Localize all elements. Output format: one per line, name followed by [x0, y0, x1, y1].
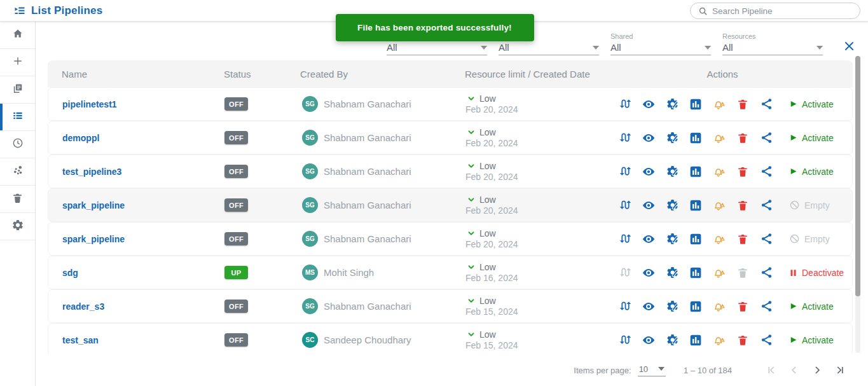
state-button[interactable]: Activate	[789, 335, 853, 345]
view-icon[interactable]	[642, 232, 656, 246]
state-button[interactable]: Empty	[789, 233, 853, 244]
alert-icon[interactable]	[712, 333, 726, 347]
expand-chevron-icon[interactable]	[467, 263, 476, 272]
sidebar-item-home[interactable]	[0, 22, 35, 49]
sidebar-item-create[interactable]	[0, 49, 35, 76]
expand-chevron-icon[interactable]	[467, 162, 476, 170]
alert-icon[interactable]	[712, 300, 726, 314]
alert-icon[interactable]	[712, 131, 726, 145]
search-input[interactable]	[712, 6, 852, 16]
sidebar-item-lineage[interactable]	[0, 158, 35, 186]
vertical-scrollbar-thumb[interactable]	[855, 56, 860, 296]
expand-chevron-icon[interactable]	[467, 296, 476, 305]
delete-icon[interactable]	[736, 97, 750, 111]
share-icon[interactable]	[759, 300, 773, 314]
route-icon[interactable]	[618, 333, 632, 347]
first-page-button[interactable]	[764, 362, 779, 378]
expand-chevron-icon[interactable]	[467, 195, 476, 204]
sidebar-item-trash[interactable]	[0, 186, 35, 213]
last-page-button[interactable]	[832, 362, 848, 378]
previous-page-button[interactable]	[787, 362, 802, 378]
edit-settings-icon[interactable]	[665, 131, 679, 145]
monitor-icon[interactable]	[689, 131, 703, 145]
share-icon[interactable]	[759, 165, 773, 179]
alert-icon[interactable]	[712, 266, 726, 280]
vertical-scrollbar-track[interactable]	[855, 56, 860, 353]
pipeline-name-link[interactable]: demoppl	[62, 133, 99, 143]
state-button[interactable]: Activate	[789, 301, 853, 312]
expand-chevron-icon[interactable]	[467, 330, 476, 339]
monitor-icon[interactable]	[689, 232, 703, 246]
state-button[interactable]: Activate	[789, 167, 853, 177]
delete-icon[interactable]	[736, 300, 750, 314]
route-icon[interactable]	[618, 232, 632, 246]
monitor-icon[interactable]	[689, 198, 703, 212]
expand-chevron-icon[interactable]	[467, 229, 476, 238]
monitor-icon[interactable]	[689, 333, 703, 347]
expand-chevron-icon[interactable]	[467, 94, 476, 103]
filter-dropdown[interactable]: Resources All	[722, 27, 823, 55]
route-icon[interactable]	[618, 131, 632, 145]
share-icon[interactable]	[759, 97, 773, 111]
state-button[interactable]: Activate	[789, 99, 853, 109]
state-button[interactable]: Activate	[789, 133, 853, 143]
delete-icon[interactable]	[736, 333, 750, 347]
monitor-icon[interactable]	[689, 300, 703, 314]
delete-icon[interactable]	[736, 198, 750, 212]
pipeline-name-link[interactable]: reader_s3	[62, 301, 104, 312]
edit-settings-icon[interactable]	[665, 266, 679, 280]
route-icon[interactable]	[618, 165, 632, 179]
view-icon[interactable]	[642, 300, 656, 314]
state-button[interactable]: Deactivate	[789, 268, 853, 278]
view-icon[interactable]	[642, 131, 656, 145]
items-per-page-select[interactable]: 10	[638, 364, 666, 376]
search-pipeline-box[interactable]	[690, 3, 860, 19]
share-icon[interactable]	[759, 198, 773, 212]
view-icon[interactable]	[642, 165, 656, 179]
delete-icon[interactable]	[736, 232, 750, 246]
edit-settings-icon[interactable]	[665, 165, 679, 179]
route-icon[interactable]	[618, 97, 632, 111]
view-icon[interactable]	[642, 198, 656, 212]
sidebar-item-history[interactable]	[0, 131, 35, 158]
monitor-icon[interactable]	[689, 97, 703, 111]
view-icon[interactable]	[642, 266, 656, 280]
expand-chevron-icon[interactable]	[467, 128, 476, 137]
edit-settings-icon[interactable]	[665, 333, 679, 347]
close-filters-button[interactable]	[843, 40, 855, 52]
state-button[interactable]: Empty	[789, 200, 853, 210]
pipeline-name-link[interactable]: spark_pipeline	[62, 234, 125, 244]
edit-settings-icon[interactable]	[665, 232, 679, 246]
next-page-button[interactable]	[809, 362, 825, 378]
view-icon[interactable]	[642, 333, 656, 347]
share-icon[interactable]	[759, 131, 773, 145]
pipeline-name-link[interactable]: test_pipeline3	[62, 167, 121, 177]
monitor-icon[interactable]	[689, 165, 703, 179]
delete-icon[interactable]	[736, 131, 750, 145]
route-icon[interactable]	[618, 266, 632, 280]
route-icon[interactable]	[618, 300, 632, 314]
edit-settings-icon[interactable]	[665, 198, 679, 212]
sidebar-item-settings[interactable]	[0, 213, 35, 240]
pipeline-name-link[interactable]: sdg	[62, 268, 78, 278]
filter-dropdown[interactable]: Shared All	[610, 27, 711, 55]
monitor-icon[interactable]	[689, 266, 703, 280]
alert-icon[interactable]	[712, 232, 726, 246]
share-icon[interactable]	[759, 232, 773, 246]
edit-settings-icon[interactable]	[665, 300, 679, 314]
delete-icon[interactable]	[736, 266, 750, 280]
alert-icon[interactable]	[712, 97, 726, 111]
view-icon[interactable]	[642, 97, 656, 111]
delete-icon[interactable]	[736, 165, 750, 179]
alert-icon[interactable]	[712, 165, 726, 179]
pipeline-name-link[interactable]: spark_pipeline	[62, 200, 125, 210]
route-icon[interactable]	[618, 198, 632, 212]
sidebar-item-list-pipelines[interactable]	[0, 104, 35, 131]
pipeline-name-link[interactable]: pipelinetest1	[62, 99, 117, 109]
edit-settings-icon[interactable]	[665, 97, 679, 111]
share-icon[interactable]	[759, 266, 773, 280]
alert-icon[interactable]	[712, 198, 726, 212]
share-icon[interactable]	[759, 333, 773, 347]
pipeline-name-link[interactable]: test_san	[62, 335, 99, 345]
sidebar-item-templates[interactable]	[0, 76, 35, 104]
